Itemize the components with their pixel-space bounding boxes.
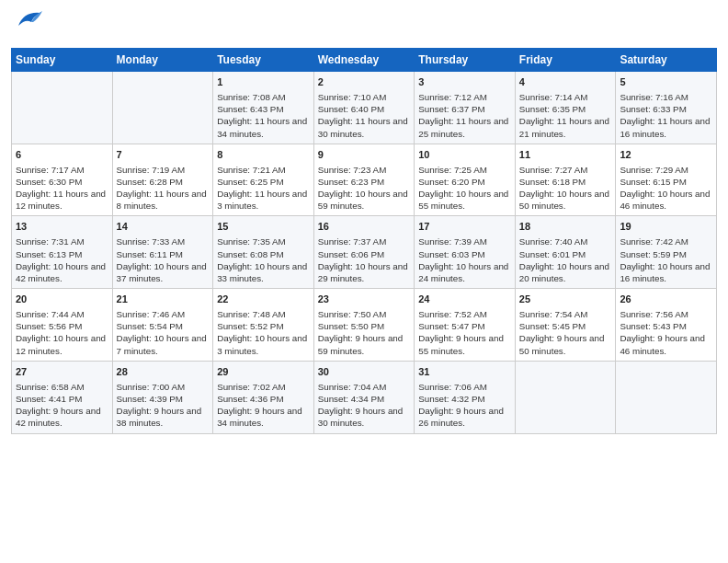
- day-number: 31: [418, 365, 511, 379]
- calendar-week-row: 27Sunrise: 6:58 AMSunset: 4:41 PMDayligh…: [12, 361, 717, 433]
- calendar-week-row: 13Sunrise: 7:31 AMSunset: 6:13 PMDayligh…: [12, 216, 717, 289]
- calendar-cell: [616, 361, 717, 433]
- day-number: 29: [217, 365, 310, 379]
- header: [11, 9, 717, 42]
- day-content: Sunrise: 7:48 AMSunset: 5:52 PMDaylight:…: [217, 308, 310, 357]
- day-content: Sunrise: 7:25 AMSunset: 6:20 PMDaylight:…: [418, 164, 511, 213]
- day-number: 16: [318, 220, 411, 234]
- calendar-cell: [515, 361, 616, 433]
- calendar-cell: 24Sunrise: 7:52 AMSunset: 5:47 PMDayligh…: [415, 289, 516, 362]
- day-number: 19: [620, 220, 712, 234]
- calendar-body: 1Sunrise: 7:08 AMSunset: 6:43 PMDaylight…: [12, 72, 717, 434]
- calendar-cell: 18Sunrise: 7:40 AMSunset: 6:01 PMDayligh…: [515, 216, 616, 289]
- day-content: Sunrise: 7:39 AMSunset: 6:03 PMDaylight:…: [418, 236, 511, 284]
- day-content: Sunrise: 7:08 AMSunset: 6:43 PMDaylight:…: [217, 91, 310, 140]
- day-content: Sunrise: 7:19 AMSunset: 6:28 PMDaylight:…: [117, 164, 210, 213]
- calendar-week-row: 20Sunrise: 7:44 AMSunset: 5:56 PMDayligh…: [12, 289, 717, 362]
- day-number: 15: [217, 220, 310, 234]
- calendar-cell: 16Sunrise: 7:37 AMSunset: 6:06 PMDayligh…: [313, 216, 415, 289]
- day-number: 12: [620, 148, 712, 162]
- calendar-table: SundayMondayTuesdayWednesdayThursdayFrid…: [11, 48, 717, 434]
- calendar-cell: 4Sunrise: 7:14 AMSunset: 6:35 PMDaylight…: [515, 72, 616, 144]
- day-number: 23: [318, 293, 411, 306]
- day-content: Sunrise: 7:31 AMSunset: 6:13 PMDaylight:…: [16, 236, 108, 284]
- calendar-cell: 27Sunrise: 6:58 AMSunset: 4:41 PMDayligh…: [12, 361, 113, 433]
- day-number: 27: [16, 365, 108, 379]
- day-content: Sunrise: 7:02 AMSunset: 4:36 PMDaylight:…: [217, 381, 310, 430]
- calendar-cell: 25Sunrise: 7:54 AMSunset: 5:45 PMDayligh…: [515, 289, 616, 362]
- day-content: Sunrise: 7:50 AMSunset: 5:50 PMDaylight:…: [318, 308, 411, 357]
- day-number: 25: [519, 293, 612, 306]
- day-content: Sunrise: 7:46 AMSunset: 5:54 PMDaylight:…: [117, 308, 210, 357]
- day-number: 8: [217, 148, 310, 162]
- calendar-cell: 28Sunrise: 7:00 AMSunset: 4:39 PMDayligh…: [112, 361, 213, 433]
- day-content: Sunrise: 7:16 AMSunset: 6:33 PMDaylight:…: [620, 91, 712, 140]
- day-number: 11: [519, 148, 612, 162]
- calendar-cell: 5Sunrise: 7:16 AMSunset: 6:33 PMDaylight…: [616, 72, 717, 144]
- day-number: 5: [620, 75, 712, 89]
- day-number: 24: [418, 293, 511, 306]
- day-number: 13: [16, 220, 108, 234]
- day-number: 21: [117, 293, 210, 306]
- calendar-cell: 29Sunrise: 7:02 AMSunset: 4:36 PMDayligh…: [213, 361, 314, 433]
- day-number: 7: [117, 148, 210, 162]
- weekday-header: Thursday: [415, 49, 516, 72]
- calendar-cell: 13Sunrise: 7:31 AMSunset: 6:13 PMDayligh…: [12, 216, 113, 289]
- day-number: 30: [318, 365, 411, 379]
- calendar-cell: 6Sunrise: 7:17 AMSunset: 6:30 PMDaylight…: [12, 144, 113, 216]
- calendar-cell: 7Sunrise: 7:19 AMSunset: 6:28 PMDaylight…: [112, 144, 213, 216]
- day-content: Sunrise: 7:52 AMSunset: 5:47 PMDaylight:…: [418, 308, 511, 357]
- day-content: Sunrise: 7:04 AMSunset: 4:34 PMDaylight:…: [318, 381, 411, 430]
- day-content: Sunrise: 6:58 AMSunset: 4:41 PMDaylight:…: [16, 381, 108, 430]
- calendar-cell: 19Sunrise: 7:42 AMSunset: 5:59 PMDayligh…: [616, 216, 717, 289]
- calendar-cell: 17Sunrise: 7:39 AMSunset: 6:03 PMDayligh…: [415, 216, 516, 289]
- day-content: Sunrise: 7:54 AMSunset: 5:45 PMDaylight:…: [519, 308, 612, 357]
- day-content: Sunrise: 7:35 AMSunset: 6:08 PMDaylight:…: [217, 236, 310, 284]
- day-content: Sunrise: 7:44 AMSunset: 5:56 PMDaylight:…: [16, 308, 108, 357]
- day-content: Sunrise: 7:14 AMSunset: 6:35 PMDaylight:…: [519, 91, 612, 140]
- day-number: 2: [318, 75, 411, 89]
- calendar-cell: [112, 72, 213, 144]
- day-content: Sunrise: 7:40 AMSunset: 6:01 PMDaylight:…: [519, 236, 612, 284]
- weekday-header: Sunday: [12, 49, 113, 72]
- day-number: 4: [519, 75, 612, 89]
- weekday-header: Tuesday: [213, 49, 314, 72]
- day-number: 9: [318, 148, 411, 162]
- calendar-cell: [12, 72, 113, 144]
- calendar-cell: 22Sunrise: 7:48 AMSunset: 5:52 PMDayligh…: [213, 289, 314, 362]
- day-number: 22: [217, 293, 310, 306]
- calendar-cell: 9Sunrise: 7:23 AMSunset: 6:23 PMDaylight…: [313, 144, 415, 216]
- calendar-cell: 20Sunrise: 7:44 AMSunset: 5:56 PMDayligh…: [12, 289, 113, 362]
- calendar-cell: 31Sunrise: 7:06 AMSunset: 4:32 PMDayligh…: [415, 361, 516, 433]
- day-number: 10: [418, 148, 511, 162]
- logo-bird-icon: [15, 9, 44, 29]
- day-content: Sunrise: 7:33 AMSunset: 6:11 PMDaylight:…: [117, 236, 210, 284]
- weekday-header: Wednesday: [313, 49, 415, 72]
- calendar-cell: 1Sunrise: 7:08 AMSunset: 6:43 PMDaylight…: [213, 72, 314, 144]
- day-content: Sunrise: 7:00 AMSunset: 4:39 PMDaylight:…: [117, 381, 210, 430]
- day-number: 6: [16, 148, 108, 162]
- page-container: SundayMondayTuesdayWednesdayThursdayFrid…: [0, 0, 728, 442]
- day-content: Sunrise: 7:10 AMSunset: 6:40 PMDaylight:…: [318, 91, 411, 140]
- day-content: Sunrise: 7:12 AMSunset: 6:37 PMDaylight:…: [418, 91, 511, 140]
- day-content: Sunrise: 7:29 AMSunset: 6:15 PMDaylight:…: [620, 164, 712, 213]
- weekday-header: Friday: [515, 49, 616, 72]
- weekday-header: Saturday: [616, 49, 717, 72]
- calendar-cell: 3Sunrise: 7:12 AMSunset: 6:37 PMDaylight…: [415, 72, 516, 144]
- day-number: 26: [620, 293, 712, 306]
- weekday-header: Monday: [112, 49, 213, 72]
- day-number: 1: [217, 75, 310, 89]
- calendar-cell: 23Sunrise: 7:50 AMSunset: 5:50 PMDayligh…: [313, 289, 415, 362]
- calendar-cell: 2Sunrise: 7:10 AMSunset: 6:40 PMDaylight…: [313, 72, 415, 144]
- calendar-cell: 10Sunrise: 7:25 AMSunset: 6:20 PMDayligh…: [415, 144, 516, 216]
- calendar-week-row: 1Sunrise: 7:08 AMSunset: 6:43 PMDaylight…: [12, 72, 717, 144]
- day-content: Sunrise: 7:56 AMSunset: 5:43 PMDaylight:…: [620, 308, 712, 357]
- calendar-cell: 12Sunrise: 7:29 AMSunset: 6:15 PMDayligh…: [616, 144, 717, 216]
- calendar-header: SundayMondayTuesdayWednesdayThursdayFrid…: [12, 49, 717, 72]
- day-content: Sunrise: 7:42 AMSunset: 5:59 PMDaylight:…: [620, 236, 712, 284]
- day-number: 20: [16, 293, 108, 306]
- calendar-week-row: 6Sunrise: 7:17 AMSunset: 6:30 PMDaylight…: [12, 144, 717, 216]
- day-number: 18: [519, 220, 612, 234]
- logo: [11, 9, 44, 42]
- day-number: 28: [117, 365, 210, 379]
